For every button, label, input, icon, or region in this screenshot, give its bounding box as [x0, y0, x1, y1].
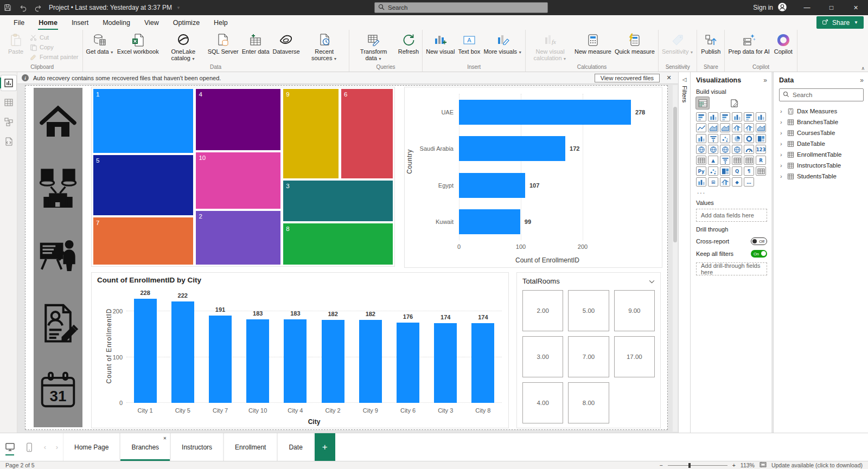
report-page[interactable]: 31 15741029638 Country 0100200278UAE172S… [25, 85, 668, 430]
redo-icon[interactable] [30, 0, 46, 15]
page-tab-instructors[interactable]: Instructors [170, 433, 224, 461]
page-tab-date[interactable]: Date [277, 433, 314, 461]
values-field-well[interactable]: Add data fields here [696, 209, 767, 222]
visual-type-line-and-stacked-column-chart-icon[interactable] [732, 123, 742, 132]
page-tab-enrollment[interactable]: Enrollment [224, 433, 277, 461]
more-visual-options[interactable]: ... [697, 188, 767, 195]
ribbon-prep-data-for-ai-button[interactable]: Prep data for AI [726, 31, 771, 55]
maximize-button[interactable]: □ [819, 0, 844, 15]
filters-pane-collapsed[interactable]: ◁ Filters [678, 72, 690, 433]
ribbon-copilot-button[interactable]: Copilot [771, 31, 795, 55]
expand-chevron-icon[interactable]: › [780, 119, 784, 125]
visual-type-filled-map-icon[interactable] [708, 145, 718, 154]
table-view-button[interactable] [1, 95, 16, 110]
data-table-enrollmenttable[interactable]: ›EnrollmentTable [779, 149, 864, 160]
ribbon-new-measure-button[interactable]: New measure [573, 31, 613, 55]
bar-city-7[interactable] [209, 316, 232, 403]
page-nav-instructors-icon[interactable] [35, 236, 81, 279]
visual-type-arcgis-map-icon[interactable]: ◆ [732, 177, 742, 187]
treemap-tile-9[interactable]: 9 [283, 88, 339, 179]
data-table-studentstable[interactable]: ›StudentsTable [779, 171, 864, 182]
expand-chevron-icon[interactable]: › [780, 130, 784, 136]
treemap-tile-4[interactable]: 4 [195, 88, 280, 151]
slicer-option-5.00[interactable]: 5.00 [568, 290, 609, 331]
bar-city-4[interactable] [284, 319, 307, 403]
slicer-option-8.00[interactable]: 8.00 [568, 382, 609, 423]
ribbon-transform-data-button[interactable]: Transform data▼ [351, 31, 397, 63]
zoom-in-icon[interactable]: + [732, 462, 736, 468]
visual-type-waterfall-chart-icon[interactable] [696, 134, 706, 143]
build-visual-tool[interactable] [696, 97, 709, 109]
visual-type-power-apps-icon[interactable]: ⊞ [708, 177, 718, 187]
menu-insert[interactable]: Insert [65, 17, 95, 29]
page-nav-enrollment-icon[interactable] [37, 303, 79, 347]
undo-icon[interactable] [15, 0, 30, 15]
visual-type-decomposition-tree-icon[interactable] [720, 166, 730, 176]
menu-optimize[interactable]: Optimize [166, 17, 207, 29]
visual-type-smart-narrative-icon[interactable]: ¶ [744, 166, 754, 176]
treemap-tile-5[interactable]: 5 [93, 155, 194, 216]
page-tab-branches[interactable]: Branches✕ [120, 433, 170, 461]
visual-type-metrics-icon[interactable] [696, 177, 706, 187]
visual-type-gauge-icon[interactable] [744, 145, 754, 154]
zoom-slider[interactable] [668, 465, 727, 466]
window-title[interactable]: Project • Last saved: Yesterday at 3:37 … [49, 4, 181, 11]
visual-type-clustered-column-chart-icon[interactable] [732, 112, 742, 121]
visual-type-azure-map-icon[interactable] [732, 145, 742, 154]
visual-type-treemap-icon[interactable] [756, 134, 766, 143]
format-visual-tool[interactable] [727, 97, 741, 109]
ribbon-get-data-button[interactable]: Get data▼ [85, 31, 116, 56]
menu-home[interactable]: Home [31, 17, 65, 29]
close-button[interactable]: × [844, 0, 868, 15]
ribbon-publish-button[interactable]: Publish [699, 31, 723, 55]
visual-type-area-chart-icon[interactable] [708, 123, 718, 132]
expand-chevron-icon[interactable]: › [780, 108, 784, 114]
share-button[interactable]: Share ▼ [816, 16, 864, 29]
visual-type-get-more-visuals-icon[interactable]: … [744, 177, 754, 187]
visual-type-line-and-clustered-column-chart-icon[interactable] [744, 123, 754, 132]
menu-file[interactable]: File [7, 17, 31, 29]
visual-type-qa-visual-icon[interactable]: Q [732, 166, 742, 176]
visual-type-table-icon[interactable] [732, 156, 742, 165]
view-recovered-files-button[interactable]: View recovered files [595, 74, 660, 82]
data-table-instructorstable[interactable]: ›InstructorsTable [779, 160, 864, 171]
page-nav-calendar-icon[interactable]: 31 [36, 370, 80, 413]
expand-chevron-icon[interactable]: › [780, 151, 784, 158]
visual-type-pie-chart-icon[interactable] [732, 134, 742, 143]
treemap-tile-8[interactable]: 8 [283, 223, 393, 265]
visual-type-slicer-icon[interactable] [720, 156, 730, 165]
visual-type-shape-map-icon[interactable] [720, 145, 730, 154]
bar-city-10[interactable] [246, 319, 269, 403]
data-search-box[interactable] [779, 88, 864, 101]
ribbon-more-visuals-button[interactable]: More visuals▼ [482, 31, 524, 56]
data-search-input[interactable] [793, 92, 860, 98]
bar-city-5[interactable] [171, 301, 194, 403]
visual-type-stacked-column-chart-icon[interactable] [708, 112, 718, 121]
report-view-button[interactable] [1, 75, 16, 91]
bar-uae[interactable] [459, 100, 631, 125]
treemap-tile-10[interactable]: 10 [195, 152, 280, 210]
treemap-tile-1[interactable]: 1 [93, 88, 194, 153]
treemap-visual[interactable]: 15741029638 [91, 87, 395, 267]
data-table-dax-measures[interactable]: ›Dax Measures [779, 106, 864, 117]
sign-in-button[interactable]: Sign in [745, 2, 795, 14]
drill-through-field-well[interactable]: Add drill-through fields here [696, 262, 767, 275]
slicer-option-3.00[interactable]: 3.00 [522, 336, 563, 377]
bar-saudi-arabia[interactable] [459, 136, 565, 161]
treemap-tile-6[interactable]: 6 [341, 88, 393, 179]
minimize-button[interactable]: — [795, 0, 819, 15]
prev-page-icon[interactable]: ‹ [39, 433, 51, 461]
bar-city-1[interactable] [134, 299, 157, 403]
new-page-button[interactable]: + [315, 433, 335, 461]
ribbon-recent-sources-button[interactable]: Recent sources▼ [302, 31, 347, 63]
visual-type-donut-chart-icon[interactable] [744, 134, 754, 143]
visual-type-100-stacked-bar-chart-icon[interactable] [744, 112, 754, 121]
bar-egypt[interactable] [459, 173, 525, 198]
visual-type-stacked-bar-chart-icon[interactable] [696, 112, 706, 121]
page-tab-home-page[interactable]: Home Page [63, 433, 120, 461]
slicer-option-17.00[interactable]: 17.00 [614, 336, 655, 377]
expand-filters-icon[interactable]: ◁ [682, 76, 687, 82]
save-icon[interactable] [0, 0, 15, 15]
update-message[interactable]: Update available (click to download) [771, 462, 863, 468]
ribbon-sql-server-button[interactable]: SQL Server [206, 31, 240, 55]
